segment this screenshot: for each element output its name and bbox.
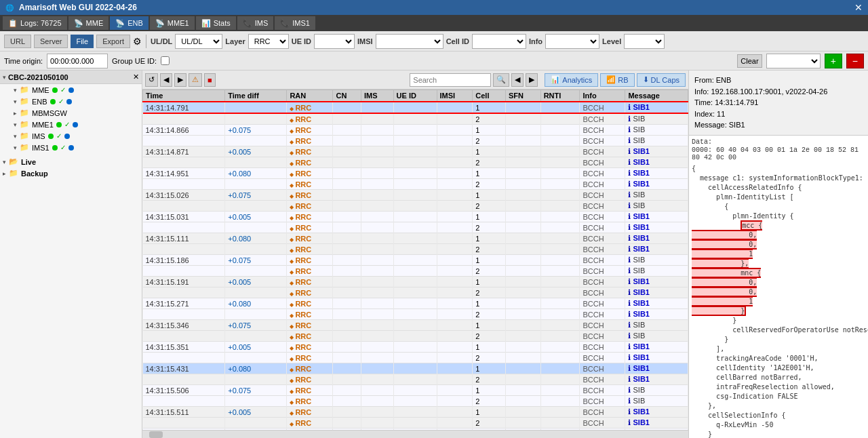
url-button[interactable]: URL xyxy=(4,35,31,48)
cell-message: ℹ SIB1 xyxy=(625,363,688,374)
table-row[interactable]: ◆RRC2BCCHℹ SIB1 xyxy=(143,353,688,363)
nav-mme1[interactable]: 📡 MME1 xyxy=(150,16,195,30)
sidebar-item-backup[interactable]: ▸ 📁 Backup xyxy=(0,167,142,179)
table-row[interactable]: 14:31:15.346+0.075◆RRC1BCCHℹ SIB xyxy=(143,320,688,331)
sidebar-item-mme[interactable]: ▾ 📁 MME ✓ xyxy=(11,84,142,96)
expand-icon-ims: ▾ xyxy=(14,133,17,140)
table-row[interactable]: ◆RRC2BCCHℹ SIB1 xyxy=(143,179,688,190)
sidebar-header: ▾ CBC-2021050100 ✕ xyxy=(0,71,142,84)
nav-ims1[interactable]: 📞 IMS1 xyxy=(275,16,315,30)
nav-stats[interactable]: 📊 Stats xyxy=(196,16,236,30)
file-button[interactable]: File xyxy=(71,35,94,48)
log-table[interactable]: Time Time diff RAN CN IMS UE ID IMSI Cel… xyxy=(142,89,688,430)
cell-ims xyxy=(361,233,393,244)
ul-dl-select[interactable]: UL/DL xyxy=(175,34,222,49)
table-row[interactable]: 14:31:14.791◆RRC1BCCHℹ SIB1 xyxy=(143,102,688,113)
refresh-button[interactable]: ↺ xyxy=(145,73,158,87)
table-row[interactable]: ◆RRC2BCCHℹ SIB1 xyxy=(143,418,688,429)
sidebar-item-mbmsgw[interactable]: ▸ 📁 MBMSGW xyxy=(11,107,142,119)
forward-button[interactable]: ▶ xyxy=(174,73,186,87)
stop-button[interactable]: ■ xyxy=(204,73,216,87)
table-row[interactable]: ◆RRC2BCCHℹ SIB1 xyxy=(143,287,688,298)
sidebar-item-mme1[interactable]: ▾ 📁 MME1 ✓ xyxy=(11,119,142,130)
cell-sfn xyxy=(505,255,540,266)
nav-enb[interactable]: 📡 ENB xyxy=(110,16,149,30)
group-ue-id-checkbox[interactable] xyxy=(161,56,170,65)
nav-logs[interactable]: 📋 Logs: 76725 xyxy=(3,16,67,30)
table-row[interactable]: 14:31:15.031+0.005◆RRC1BCCHℹ SIB1 xyxy=(143,212,688,222)
cell-message: ℹ SIB1 xyxy=(625,353,688,363)
sidebar-item-live[interactable]: ▾ 📂 Live xyxy=(0,156,142,167)
cell-timediff xyxy=(225,157,287,168)
sidebar-item-ims1[interactable]: ▾ 📁 IMS1 ✓ xyxy=(11,142,142,153)
table-row[interactable]: ◆RRC2BCCHℹ SIB xyxy=(143,396,688,407)
table-row[interactable]: ◆RRC2BCCHℹ SIB1 xyxy=(143,244,688,255)
nav-ims[interactable]: 📞 IMS xyxy=(237,16,274,30)
export-button[interactable]: Export xyxy=(96,35,130,48)
info-select[interactable] xyxy=(545,34,599,49)
minus-button[interactable]: − xyxy=(846,54,864,68)
rb-button[interactable]: 📶 RB xyxy=(600,73,634,87)
table-row[interactable]: ◆RRC2BCCHℹ SIB1 xyxy=(143,222,688,233)
time-origin-input[interactable] xyxy=(47,54,108,68)
cell-timediff xyxy=(225,102,287,113)
sidebar-item-enb[interactable]: ▾ 📁 ENB ✓ xyxy=(11,96,142,107)
table-row[interactable]: 14:31:15.506+0.075◆RRC1BCCHℹ SIB xyxy=(143,385,688,396)
clear-button[interactable]: Clear xyxy=(737,54,762,68)
sidebar-collapse-icon[interactable]: ▾ xyxy=(3,74,6,81)
table-row[interactable]: 14:31:15.186+0.075◆RRC1BCCHℹ SIB xyxy=(143,255,688,266)
cell-rnti xyxy=(540,342,580,353)
cell-ueid xyxy=(393,342,437,353)
filter-right-button[interactable]: ▶ xyxy=(526,73,538,87)
table-row[interactable]: ◆RRC2BCCHℹ SIB1 xyxy=(143,374,688,385)
search-input[interactable] xyxy=(410,73,491,87)
table-row[interactable]: 14:31:15.026+0.075◆RRC1BCCHℹ SIB xyxy=(143,190,688,201)
time-line: Time: 14:31:14.791 xyxy=(694,97,863,108)
table-row[interactable]: 14:31:15.511+0.005◆RRC1BCCHℹ SIB1 xyxy=(143,407,688,418)
analytics-button[interactable]: 📊 Analytics xyxy=(545,73,598,87)
table-row[interactable]: 14:31:14.871+0.005◆RRC1BCCHℹ SIB1 xyxy=(143,146,688,157)
warning-button[interactable]: ⚠ xyxy=(189,73,202,87)
clear-select[interactable] xyxy=(766,54,821,68)
table-row[interactable]: ◆RRC2BCCHℹ SIB1 xyxy=(143,157,688,168)
cell-cn xyxy=(333,298,361,309)
table-row[interactable]: ◆RRC2BCCHℹ SIB1 xyxy=(143,309,688,320)
search-icon-button[interactable]: 🔍 xyxy=(493,73,509,87)
table-row[interactable]: 14:31:15.431+0.080◆RRC1BCCHℹ SIB1 xyxy=(143,363,688,374)
table-row[interactable]: ◆RRC2BCCHℹ SIB xyxy=(143,113,688,125)
filter-left-button[interactable]: ◀ xyxy=(511,73,524,87)
cell-cell: 2 xyxy=(473,244,506,255)
table-row[interactable]: ◆RRC2BCCHℹ SIB xyxy=(143,201,688,212)
table-row[interactable]: 14:31:15.271+0.080◆RRC1BCCHℹ SIB1 xyxy=(143,298,688,309)
table-row[interactable]: 14:31:14.951+0.080◆RRC1BCCHℹ SIB1 xyxy=(143,168,688,179)
back-button[interactable]: ◀ xyxy=(160,73,172,87)
cell-info: BCCH xyxy=(580,396,625,407)
cell-rnti xyxy=(540,266,580,277)
cell-ueid xyxy=(393,374,437,385)
sidebar-item-ims[interactable]: ▾ 📁 IMS ✓ xyxy=(11,130,142,142)
table-row[interactable]: 14:31:15.351+0.005◆RRC1BCCHℹ SIB1 xyxy=(143,342,688,353)
table-row[interactable]: ◆RRC2BCCHℹ SIB xyxy=(143,266,688,277)
table-row[interactable]: 14:31:15.191+0.005◆RRC1BCCHℹ SIB1 xyxy=(143,277,688,287)
layer-select[interactable]: RRC xyxy=(248,34,289,49)
cell-rnti xyxy=(540,407,580,418)
table-row[interactable]: ◆RRC2BCCHℹ SIB xyxy=(143,331,688,342)
imsi-select[interactable] xyxy=(376,34,443,49)
close-button[interactable]: ✕ xyxy=(854,2,863,13)
server-button[interactable]: Server xyxy=(34,35,68,48)
table-row[interactable]: 14:31:15.111+0.080◆RRC1BCCHℹ SIB1 xyxy=(143,233,688,244)
table-row[interactable]: ◆RRC2BCCHℹ SIB xyxy=(143,136,688,146)
sidebar-close-icon[interactable]: ✕ xyxy=(133,73,139,81)
scroll-thumb[interactable] xyxy=(149,431,163,438)
nav-mme[interactable]: 📡 MME xyxy=(68,16,109,30)
level-select[interactable] xyxy=(624,34,665,49)
message-data[interactable]: Data: 0000: 60 40 04 03 00 01 1a 2e 00 1… xyxy=(689,136,868,439)
add-button[interactable]: + xyxy=(825,54,842,68)
ue-id-select[interactable] xyxy=(314,34,355,49)
horizontal-scrollbar[interactable] xyxy=(142,430,688,438)
table-row[interactable]: 14:31:14.866+0.075◆RRC1BCCHℹ SIB xyxy=(143,125,688,136)
cell-ueid xyxy=(393,244,437,255)
cell-id-select[interactable] xyxy=(472,34,526,49)
dl-caps-button[interactable]: ⬇ DL Caps xyxy=(637,73,686,87)
cell-message: ℹ SIB1 xyxy=(625,374,688,385)
